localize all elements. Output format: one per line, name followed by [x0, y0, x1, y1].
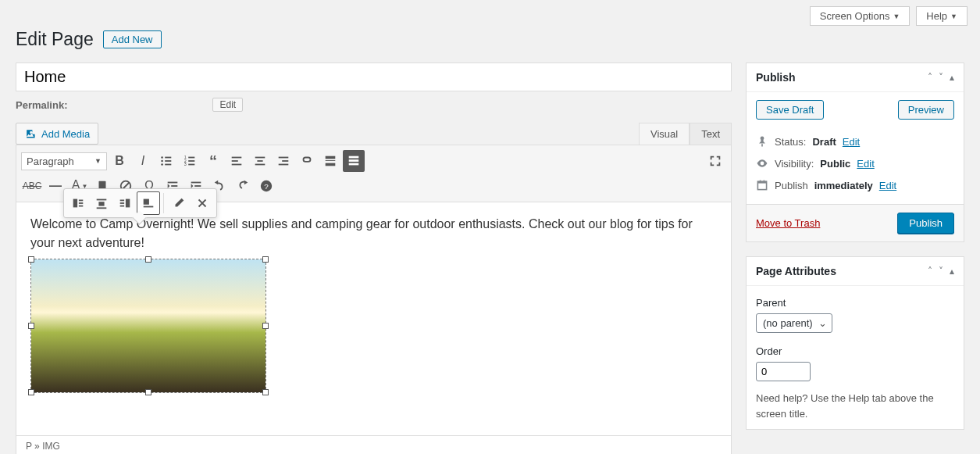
svg-rect-1 — [165, 157, 171, 159]
svg-rect-13 — [232, 160, 238, 162]
svg-rect-3 — [165, 160, 171, 162]
svg-rect-24 — [349, 156, 359, 159]
panel-up-icon[interactable]: ˄ — [928, 266, 932, 277]
schedule-edit-link[interactable]: Edit — [879, 180, 896, 191]
parent-select[interactable]: (no parent) — [756, 313, 832, 333]
blockquote-button[interactable]: “ — [202, 150, 224, 172]
align-right-button[interactable] — [273, 150, 294, 172]
svg-rect-43 — [98, 202, 104, 206]
page-title-input[interactable] — [16, 63, 732, 91]
publish-button[interactable]: Publish — [897, 213, 954, 234]
content-image — [31, 259, 265, 392]
img-align-right-button[interactable] — [113, 191, 137, 215]
editor-content[interactable]: Welcome to Camp Overnight! We sell suppl… — [16, 202, 732, 436]
panel-down-icon[interactable]: ˅ — [939, 266, 943, 277]
image-edit-toolbar — [63, 188, 217, 218]
status-edit-link[interactable]: Edit — [843, 136, 860, 148]
svg-point-4 — [161, 163, 163, 166]
svg-rect-19 — [282, 160, 288, 162]
save-draft-button[interactable]: Save Draft — [756, 100, 824, 120]
bullet-list-button[interactable] — [155, 150, 177, 172]
panel-down-icon[interactable]: ˅ — [939, 72, 943, 83]
img-align-none-button[interactable] — [137, 191, 160, 215]
add-new-button[interactable]: Add New — [103, 30, 162, 48]
chevron-down-icon: ▼ — [950, 13, 957, 20]
svg-rect-18 — [279, 157, 289, 159]
svg-point-0 — [161, 156, 163, 159]
media-icon — [24, 127, 37, 140]
svg-rect-22 — [326, 160, 336, 161]
strikethrough-button[interactable]: ABC — [21, 175, 43, 197]
svg-rect-40 — [79, 202, 83, 204]
panel-toggle-icon[interactable]: ▴ — [950, 266, 954, 277]
img-align-center-button[interactable] — [90, 191, 113, 215]
svg-rect-54 — [764, 181, 765, 183]
svg-rect-44 — [97, 207, 107, 209]
svg-rect-46 — [120, 200, 124, 202]
order-input[interactable] — [756, 362, 811, 381]
selected-image[interactable] — [30, 259, 266, 393]
svg-rect-53 — [760, 181, 761, 183]
svg-rect-15 — [255, 157, 265, 159]
svg-text:3: 3 — [184, 162, 187, 166]
move-to-trash-link[interactable]: Move to Trash — [756, 217, 820, 229]
panel-up-icon[interactable]: ˄ — [928, 72, 932, 83]
img-remove-button[interactable] — [191, 191, 214, 215]
preview-button[interactable]: Preview — [898, 100, 954, 120]
svg-rect-14 — [232, 164, 242, 166]
img-edit-button[interactable] — [167, 191, 191, 215]
img-align-left-button[interactable] — [66, 191, 90, 215]
svg-rect-23 — [326, 163, 336, 166]
numbered-list-button[interactable]: 123 — [179, 150, 201, 172]
keyboard-help-button[interactable]: ? — [255, 175, 277, 197]
svg-rect-5 — [165, 164, 171, 166]
visibility-edit-link[interactable]: Edit — [857, 158, 874, 170]
svg-rect-48 — [120, 206, 124, 207]
fullscreen-button[interactable] — [704, 150, 726, 172]
toolbar-toggle-button[interactable] — [343, 150, 365, 172]
svg-rect-26 — [349, 163, 359, 166]
svg-rect-42 — [97, 199, 107, 201]
link-button[interactable] — [296, 150, 318, 172]
svg-rect-12 — [232, 157, 242, 159]
svg-rect-47 — [120, 202, 124, 204]
redo-button[interactable] — [232, 175, 254, 197]
add-media-button[interactable]: Add Media — [16, 123, 98, 145]
panel-toggle-icon[interactable]: ▴ — [950, 72, 954, 83]
permalink-label: Permalink: — [16, 99, 67, 111]
read-more-button[interactable] — [319, 150, 341, 172]
svg-text:?: ? — [264, 182, 269, 191]
order-label: Order — [756, 345, 954, 357]
svg-rect-39 — [79, 200, 83, 202]
italic-button[interactable]: I — [132, 150, 154, 172]
help-button[interactable]: Help ▼ — [916, 6, 968, 26]
svg-rect-17 — [255, 164, 265, 166]
svg-point-2 — [161, 160, 163, 163]
svg-rect-11 — [188, 164, 194, 166]
svg-rect-7 — [188, 157, 194, 159]
attributes-help-text: Need help? Use the Help tab above the sc… — [756, 391, 954, 421]
parent-label: Parent — [756, 297, 954, 309]
svg-rect-21 — [326, 156, 336, 159]
svg-rect-9 — [188, 160, 194, 162]
publish-title: Publish — [756, 71, 796, 84]
calendar-icon — [756, 179, 768, 191]
svg-rect-31 — [171, 185, 177, 187]
permalink-edit-button[interactable]: Edit — [212, 98, 243, 112]
tab-visual[interactable]: Visual — [639, 123, 690, 145]
tab-text[interactable]: Text — [690, 123, 732, 145]
svg-rect-41 — [79, 206, 83, 207]
page-title: Edit Page — [16, 29, 94, 50]
align-left-button[interactable] — [226, 150, 248, 172]
svg-rect-38 — [73, 199, 77, 208]
svg-rect-20 — [279, 164, 289, 166]
screen-options-button[interactable]: Screen Options ▼ — [810, 6, 911, 26]
svg-rect-49 — [144, 199, 149, 205]
align-center-button[interactable] — [249, 150, 271, 172]
svg-rect-34 — [194, 185, 201, 187]
format-select[interactable]: Paragraph▼ — [21, 152, 107, 170]
pin-icon — [756, 135, 768, 148]
body-text: Welcome to Camp Overnight! We sell suppl… — [30, 217, 693, 249]
svg-rect-45 — [126, 199, 130, 208]
bold-button[interactable]: B — [109, 150, 130, 172]
